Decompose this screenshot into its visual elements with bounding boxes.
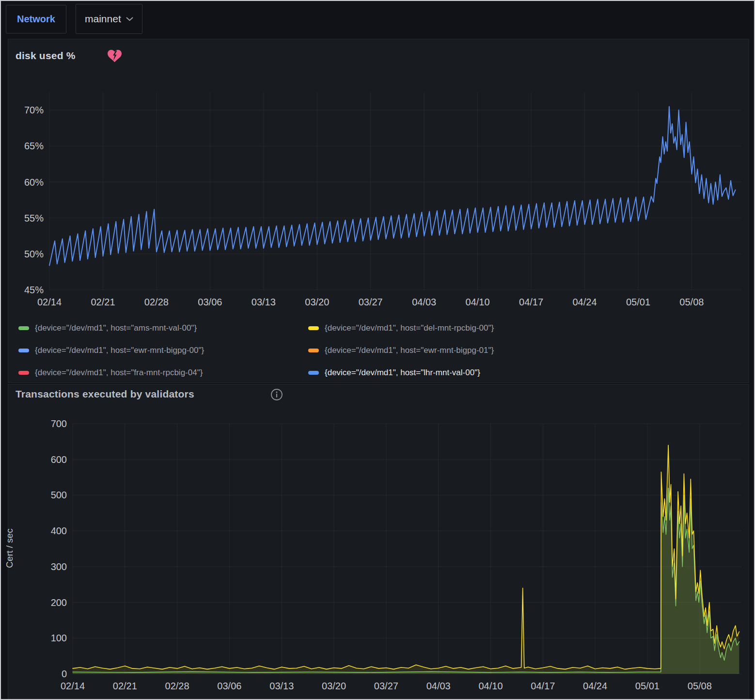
legend-item[interactable]: {device="/dev/md1", host="ewr-mnt-bigpg-… (18, 339, 308, 362)
legend-label: {device="/dev/md1", host="del-mnt-rpcbig… (325, 323, 494, 333)
x-tick-label: 04/10 (478, 681, 503, 691)
series-area (73, 445, 739, 674)
y-tick-label: 70% (24, 105, 44, 115)
legend-item[interactable]: {device="/dev/md1", host="del-mnt-rpcbig… (308, 317, 742, 339)
x-tick-label: 03/13 (269, 681, 294, 691)
transactions-chart[interactable]: 02/1402/2102/2803/0603/1303/2003/2704/03… (8, 413, 749, 700)
x-tick-label: 04/17 (519, 297, 543, 307)
x-tick-label: 05/08 (688, 681, 712, 691)
chevron-down-icon (126, 17, 133, 21)
y-tick-label: 700 (51, 418, 67, 429)
x-tick-label: 04/03 (426, 681, 451, 691)
x-tick-label: 02/28 (144, 297, 169, 307)
x-tick-label: 04/24 (572, 297, 597, 307)
legend-swatch (18, 326, 29, 330)
x-tick-label: 04/24 (583, 681, 607, 691)
x-tick-label: 02/14 (61, 681, 85, 691)
disk-used-chart[interactable]: 02/1402/2102/2803/0603/1303/2003/2704/03… (8, 73, 749, 316)
x-tick-label: 02/21 (113, 681, 137, 691)
x-tick-label: 05/01 (626, 297, 650, 307)
x-tick-label: 04/17 (531, 681, 555, 691)
x-tick-label: 03/27 (359, 297, 383, 307)
chart-svg: 02/1402/2102/2803/0603/1303/2003/2704/03… (8, 413, 749, 700)
y-tick-label: 600 (51, 454, 67, 465)
series-line (73, 445, 739, 669)
legend-item[interactable]: {device="/dev/md1", host="lhr-mnt-val-00… (308, 362, 742, 384)
network-variable-dropdown[interactable]: mainnet (76, 4, 142, 34)
chart-svg: 02/1402/2102/2803/0603/1303/2003/2704/03… (8, 73, 749, 316)
legend-label: {device="/dev/md1", host="ams-mnt-val-00… (35, 323, 197, 333)
info-icon[interactable] (270, 388, 283, 401)
panel-transactions-title[interactable]: Transactions executed by validators (16, 388, 194, 400)
legend-swatch (308, 371, 319, 375)
legend-item[interactable]: {device="/dev/md1", host="fra-mnt-rpcbig… (18, 362, 308, 384)
legend-label: {device="/dev/md1", host="ewr-mnt-bigpg-… (35, 346, 204, 355)
y-tick-label: 60% (24, 177, 44, 188)
legend-swatch (308, 349, 319, 352)
x-tick-label: 03/06 (198, 297, 222, 307)
x-tick-label: 05/08 (679, 297, 704, 307)
x-tick-label: 03/20 (305, 297, 329, 307)
network-variable-label: Network (6, 5, 66, 33)
x-tick-label: 03/13 (252, 297, 276, 307)
series-line (49, 107, 735, 266)
legend-swatch (308, 326, 319, 330)
x-tick-label: 04/10 (466, 297, 490, 307)
legend-label: {device="/dev/md1", host="lhr-mnt-val-00… (325, 368, 480, 378)
y-tick-label: 100 (51, 633, 67, 643)
panel-disk-used-title[interactable]: disk used % (16, 50, 76, 62)
x-tick-label: 03/27 (374, 681, 398, 691)
x-tick-label: 02/28 (165, 681, 189, 691)
network-label-text: Network (17, 14, 55, 25)
x-tick-label: 05/01 (635, 681, 660, 691)
variables-bar: Network mainnet (1, 1, 754, 38)
y-tick-label: 200 (51, 597, 67, 608)
y-tick-label: 300 (51, 561, 67, 572)
y-tick-label: 500 (51, 490, 67, 500)
network-value-text: mainnet (85, 13, 121, 25)
series-area (73, 488, 739, 674)
x-tick-label: 02/14 (37, 297, 62, 307)
y-tick-label: 0 (62, 668, 67, 679)
x-tick-label: 03/20 (322, 681, 346, 691)
legend-swatch (18, 349, 29, 352)
x-tick-label: 03/06 (217, 681, 241, 691)
legend-label: {device="/dev/md1", host="fra-mnt-rpcbig… (35, 368, 203, 378)
x-tick-label: 02/21 (91, 297, 115, 307)
series-line (73, 488, 739, 672)
y-tick-label: 65% (24, 141, 44, 151)
broken-heart-icon (108, 49, 122, 63)
y-tick-label: 50% (24, 249, 44, 259)
y-tick-label: 55% (24, 213, 44, 223)
y-tick-label: 400 (51, 525, 67, 536)
x-tick-label: 04/03 (412, 297, 436, 307)
disk-used-legend: {device="/dev/md1", host="ams-mnt-val-00… (18, 317, 742, 384)
grafana-dashboard: Network mainnet disk used % 02/1402/2102… (0, 0, 755, 700)
legend-swatch (18, 371, 29, 375)
y-tick-label: 45% (24, 285, 44, 295)
legend-item[interactable]: {device="/dev/md1", host="ams-mnt-val-00… (18, 317, 308, 339)
legend-label: {device="/dev/md1", host="ewr-mnt-bigpg-… (325, 346, 494, 355)
legend-item[interactable]: {device="/dev/md1", host="ewr-mnt-bigpg-… (308, 339, 742, 362)
